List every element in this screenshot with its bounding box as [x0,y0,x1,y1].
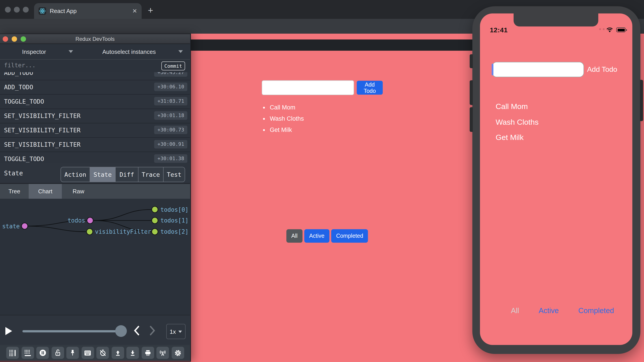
subtab-chart[interactable]: Chart [29,184,62,199]
antenna-icon [159,350,166,356]
todo-input[interactable] [262,80,354,95]
pin-icon [70,349,76,356]
print-button[interactable] [142,347,154,359]
subtab-raw[interactable]: Raw [62,184,95,199]
mute-switch[interactable] [470,54,473,68]
action-row-partial[interactable]: ADD_TODO +30:45.27 [0,72,190,80]
power-button[interactable] [640,80,643,121]
visibility-filter-node[interactable] [86,229,93,235]
phone-todo-list: Call Mom Wash Cloths Get Milk [496,102,538,149]
play-icon[interactable] [6,327,12,335]
window-zoom-button[interactable] [23,7,29,13]
tab-title: React App [50,8,132,14]
volume-up-button[interactable] [470,80,473,105]
filter-completed-button[interactable]: Completed [331,229,368,243]
tab-close-icon[interactable]: ✕ [132,8,137,14]
phone-todo-input[interactable] [492,62,584,77]
playback-speed-dropdown[interactable]: 1x [166,324,186,339]
dock-bottom-button[interactable] [21,347,34,359]
subtab-tree[interactable]: Tree [0,184,29,199]
tab-state[interactable]: State [90,167,116,182]
devtools-title-bar[interactable]: Redux DevTools [0,34,190,44]
add-todo-button[interactable]: Add Todo [357,81,383,95]
filter-button-row: All Active Completed [286,229,368,243]
filter-all-button[interactable]: All [286,229,302,243]
upload-icon [114,350,121,356]
todos-node[interactable] [87,217,93,224]
phone-filter-all[interactable]: All [511,306,519,315]
inspector-dropdown[interactable]: Inspector [0,48,95,55]
playback-bar: 1x [0,315,190,346]
printer-icon [144,350,151,356]
action-filter-input[interactable]: filter... [4,62,36,69]
pause-button[interactable] [36,347,49,359]
tab-action[interactable]: Action [61,167,90,182]
pin-button[interactable] [66,347,79,359]
tab-trace[interactable]: Trace [138,167,164,182]
window-close-button[interactable] [5,7,11,13]
devtools-zoom-button[interactable] [20,36,26,42]
inspector-dropdown-label: Inspector [22,48,46,55]
action-row[interactable]: SET_VISIBILITY_FILTER +30:00.73 [0,123,190,138]
dock-bottom-icon [24,350,31,356]
antenna-button[interactable] [156,347,169,359]
keyboard-button[interactable] [81,347,94,359]
state-panel-label: State [4,170,23,177]
state-chart-panel: state todos visibilityFilter todos[0] to… [0,199,190,315]
step-back-icon[interactable] [133,326,140,335]
action-row[interactable]: SET_VISIBILITY_FILTER +30:01.18 [0,109,190,123]
dock-right-icon [10,350,16,356]
autoselect-dropdown[interactable]: Autoselect instances [95,48,190,55]
filter-active-button[interactable]: Active [304,229,330,243]
todo-item[interactable]: Call Mom [270,104,304,111]
phone-notch [514,14,598,27]
action-row[interactable]: TOGGLE_TODO +31:03.71 [0,95,190,109]
action-type: SET_VISIBILITY_FILTER [4,112,80,119]
tab-diff[interactable]: Diff [116,167,138,182]
todos-0-label: todos[0] [160,206,188,213]
action-type: TOGGLE_TODO [4,155,44,162]
phone-filter-completed[interactable]: Completed [578,306,614,315]
chevron-down-icon [178,50,182,53]
timeline-slider[interactable] [22,330,126,332]
settings-button[interactable] [172,347,184,359]
todos-0-node[interactable] [152,206,158,213]
browser-tab[interactable]: React App ✕ [34,3,142,19]
redux-devtools-window: Redux DevTools Inspector Autoselect inst… [0,34,191,361]
phone-todo-item[interactable]: Get Milk [496,133,538,142]
download-button[interactable] [126,347,139,359]
action-row[interactable]: SET_VISIBILITY_FILTER +30:00.91 [0,138,190,152]
timeline-slider-handle[interactable] [115,325,127,337]
todos-2-node[interactable] [152,229,158,235]
commit-button[interactable]: Commit [161,62,185,71]
action-row[interactable]: ADD_TODO +30:06.10 [0,80,190,95]
action-timestamp: +31:03.71 [154,97,187,105]
new-tab-button[interactable]: + [148,6,153,16]
upload-button[interactable] [111,347,124,359]
phone-filter-active[interactable]: Active [539,306,559,315]
timer-off-icon [99,349,106,356]
action-timestamp: +30:00.91 [154,140,187,149]
status-bar-time: 12:41 [490,26,508,34]
todos-1-label: todos[1] [160,217,188,224]
phone-todo-item[interactable]: Call Mom [496,102,538,111]
state-node[interactable] [22,223,28,229]
devtools-close-button[interactable] [3,36,8,42]
volume-down-button[interactable] [470,107,473,132]
step-forward-icon[interactable] [149,326,156,335]
timer-off-button[interactable] [96,347,109,359]
action-timestamp: +30:45.27 [154,72,187,77]
dock-right-button[interactable] [6,347,19,359]
todo-item[interactable]: Get Milk [270,127,304,133]
gear-icon [174,349,181,356]
todo-item[interactable]: Wash Cloths [270,115,304,122]
window-minimize-button[interactable] [14,7,20,13]
devtools-minimize-button[interactable] [12,36,17,42]
phone-add-todo-button[interactable]: Add Todo [587,66,617,74]
phone-todo-item[interactable]: Wash Cloths [496,118,538,127]
tab-test[interactable]: Test [164,167,185,182]
unlock-button[interactable] [51,347,64,359]
todos-1-node[interactable] [152,217,158,224]
visibility-filter-label: visibilityFilter [95,228,151,235]
battery-icon [616,27,626,32]
